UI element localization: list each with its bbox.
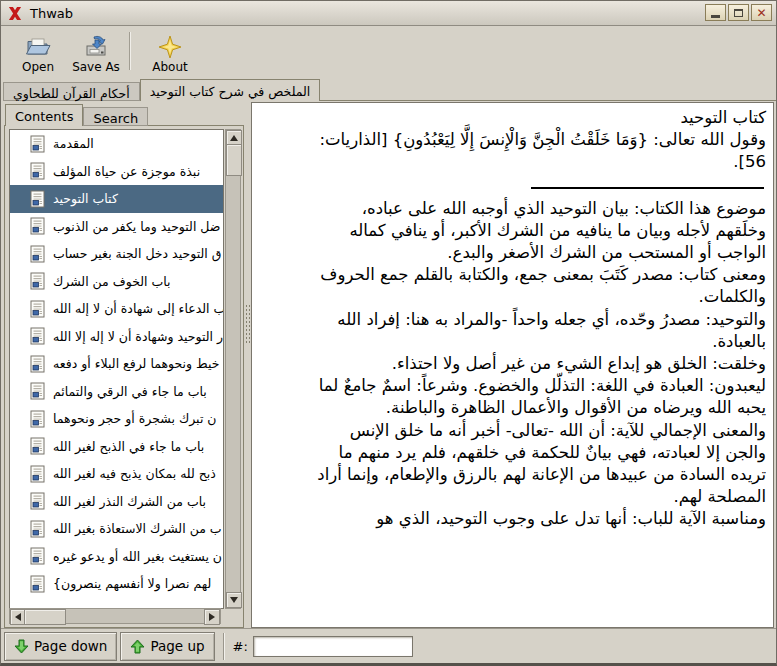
toolbar-separator [129,32,131,70]
pane-splitter[interactable] [244,104,251,628]
book-tab[interactable]: الملخص في شرح كتاب التوحيد [140,79,321,101]
splitter-grip-icon [245,304,250,344]
tree-row[interactable]: ذبح لله بمكان يذبح فيه لغير الله [10,460,223,488]
window-title: Thwab [30,6,73,21]
tree-row[interactable]: نبذة موجزة عن حياة المؤلف [10,158,223,186]
content-line: ومعنى كتاب: مصدر كَتَبَ بمعنى جمع، والكت… [256,264,766,286]
tree-row[interactable]: باب من الشرك النذر لغير الله [10,488,223,516]
page-icon [30,492,45,510]
content-line: ومناسبة الآية للباب: أنها تدل على وجوب ا… [256,508,766,530]
sidebar-vertical-scrollbar[interactable] [225,129,241,609]
open-label: Open [22,60,54,74]
tree-row[interactable]: باب ما جاء في الرقي والتمائم [10,378,223,406]
tree-row[interactable]: باب ما جاء في الذبح لغير الله [10,433,223,461]
tree-row[interactable]: كتاب التوحيد [10,185,223,213]
tree-row[interactable]: باب الخوف من الشرك [10,268,223,296]
content-line: المصلحة لهم. [256,486,766,508]
tree-row-label: ب من الشرك الاستعاذة بغير الله [53,521,222,536]
page-down-button[interactable]: Page down [4,632,117,661]
bottom-bar-separator [223,633,225,660]
sidebar-tab[interactable]: Search [83,107,148,126]
sidebar-tab-bar: ContentsSearch [5,104,148,126]
minimize-button[interactable] [705,4,726,21]
tree-row[interactable]: ن يستغيث بغير الله أو يدعو غيره [10,543,223,571]
book-tab-bar: أحكام القرآن للطحاويالملخص في شرح كتاب ا… [3,79,320,101]
toolbar: Open Save As About [1,26,776,76]
tree-row[interactable]: ضل التوحيد وما يكفر من الذنوب [10,213,223,241]
tree-row[interactable]: ب من الشرك الاستعاذة بغير الله [10,515,223,543]
tree-row-label: ضل التوحيد وما يكفر من الذنوب [53,219,220,234]
maximize-icon [734,9,743,17]
green-up-arrow-icon [130,639,145,654]
content-line: وقول الله تعالى: {وَمَا خَلَقْتُ الْجِنَ… [256,129,766,151]
tree-row-label: المقدمة [53,136,94,151]
red-x-logo-icon [7,6,23,21]
minimize-icon [711,15,720,18]
page-icon [30,520,45,538]
page-icon [30,382,45,400]
scroll-down-button[interactable] [226,592,242,608]
tree-row[interactable]: ن تبرك بشجرة أو حجر ونحوهما [10,405,223,433]
page-icon [30,327,45,345]
content-line: بالعبادة. [256,331,766,353]
content-line: والمعنى الإجمالي للآية: أن الله -تعالى- … [256,420,766,442]
tree-row[interactable]: ر التوحيد وشهادة أن لا إله إلا الله [10,323,223,351]
close-button[interactable]: ✕ [751,4,772,21]
page-icon [30,300,45,318]
tree-row-label: لهم نصرا ولا أنفسهم ينصرون} [53,576,211,591]
sidebar-horizontal-scrollbar[interactable] [9,608,221,624]
horizontal-scroll-thumb[interactable] [24,609,66,625]
page-down-label: Page down [34,638,107,654]
content-line: وخلَقهم لأجله وبيان ما ينافيه من الشرك ا… [256,220,766,242]
tree-row[interactable]: المقدمة [10,130,223,158]
save-as-button[interactable]: Save As [67,28,125,74]
tree-row[interactable]: خيط ونحوهما لرفع البلاء أو دفعه [10,350,223,378]
close-icon: ✕ [756,7,766,19]
page-icon [30,135,45,153]
tree-row-label: باب ما جاء في الرقي والتمائم [53,384,207,399]
app-window: Thwab ✕ Open Save As [0,0,777,666]
titlebar[interactable]: Thwab ✕ [1,1,776,26]
tree-row-label: خيط ونحوهما لرفع البلاء أو دفعه [53,356,219,371]
open-folder-icon [25,35,51,59]
bottom-bar: Page down Page up #: [1,628,776,663]
page-icon [30,190,45,208]
tree-row-label: باب من الشرك النذر لغير الله [53,494,206,509]
save-as-label: Save As [72,60,120,74]
green-down-arrow-icon [14,639,29,654]
tree-row[interactable]: لهم نصرا ولا أنفسهم ينصرون} [10,570,223,598]
save-as-icon [83,35,109,59]
maximize-button[interactable] [728,4,749,21]
open-button[interactable]: Open [9,28,67,74]
content-line: والكلمات. [256,286,766,308]
content-title-block: كتاب التوحيدوقول الله تعالى: {وَمَا خَلَ… [256,107,766,174]
vertical-scroll-thumb[interactable] [226,144,242,176]
tree-row-label: ن تبرك بشجرة أو حجر ونحوهما [53,411,217,426]
about-star-icon [157,35,183,59]
tree-row[interactable]: ب الدعاء إلى شهادة أن لا إله الله [10,295,223,323]
tree-row-label: ق التوحيد دخل الجنة بغير حساب [53,246,221,261]
scroll-right-button[interactable] [204,609,220,625]
tree-row-label: ب الدعاء إلى شهادة أن لا إله الله [53,301,224,316]
tree-row[interactable]: ق التوحيد دخل الجنة بغير حساب [10,240,223,268]
page-icon [30,355,45,373]
page-icon [30,575,45,593]
content-line: 56]. [256,151,766,173]
content-line: كتاب التوحيد [256,107,766,129]
content-textview[interactable]: كتاب التوحيدوقول الله تعالى: {وَمَا خَلَ… [251,102,774,628]
sidebar-panel: المقدمة نبذة [4,125,244,628]
content-body-block: موضوع هذا الكتاب: بيان التوحيد الذي أوجب… [256,198,766,531]
goto-page-input[interactable] [253,636,413,657]
content-line: موضوع هذا الكتاب: بيان التوحيد الذي أوجب… [256,198,766,220]
down-arrow-icon [230,597,238,603]
right-arrow-icon [209,613,215,621]
page-icon [30,465,45,483]
page-up-button[interactable]: Page up [120,632,214,661]
tree-row-label: ر التوحيد وشهادة أن لا إله إلا الله [53,329,223,344]
page-icon [30,272,45,290]
tree-row-label: ن يستغيث بغير الله أو يدعو غيره [53,549,222,564]
sidebar-tab[interactable]: Contents [5,104,83,126]
book-tab[interactable]: أحكام القرآن للطحاوي [3,82,140,101]
about-button[interactable]: About [141,28,199,74]
content-line: الواجب أو المستحب من الشرك الأصغر والبدع… [256,242,766,264]
